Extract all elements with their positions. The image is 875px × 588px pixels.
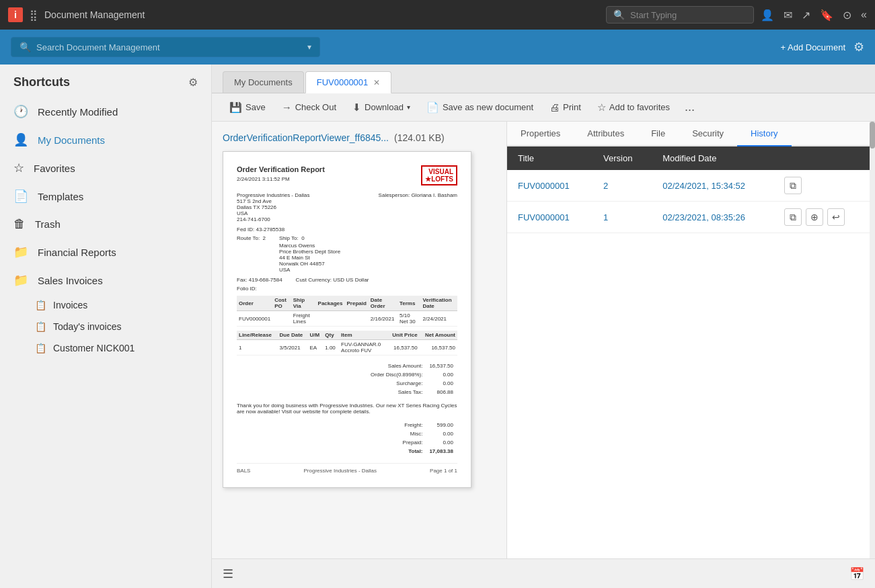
- sidebar-item-recently-modified[interactable]: 🕐 Recently Modified: [0, 97, 211, 126]
- preview-order-table: OrderCost POShip ViaPackagesPrepaidDate …: [237, 296, 457, 327]
- restore-button-2[interactable]: ↩: [827, 208, 845, 226]
- sidebar-header: Shortcuts ⚙: [0, 75, 211, 97]
- sidebar-subitem-label: Customer NICK001: [53, 343, 135, 353]
- tab-attributes[interactable]: Attributes: [574, 122, 638, 146]
- share-icon[interactable]: ↗: [802, 9, 810, 22]
- save-as-button[interactable]: 📄 Save as new document: [420, 98, 540, 117]
- sidebar-item-sales-invoices[interactable]: 📁 Sales Invoices: [0, 266, 211, 294]
- tab-security[interactable]: Security: [679, 122, 737, 146]
- print-button[interactable]: 🖨 Print: [543, 98, 588, 116]
- checkout-button[interactable]: → Check Out: [275, 98, 343, 116]
- preview-company-info: Progressive Industries - Dallas 517 S 2n…: [237, 192, 309, 222]
- download-button[interactable]: ⬇ Download ▾: [346, 98, 417, 117]
- tab-history[interactable]: History: [737, 122, 791, 146]
- topbar-search-input[interactable]: [630, 10, 747, 20]
- sidebar-item-favorites[interactable]: ☆ Favorites: [0, 154, 211, 182]
- sidebar-subitem-label: Invoices: [53, 300, 87, 310]
- right-scrollbar[interactable]: [870, 122, 875, 558]
- sidebar-item-label: Sales Invoices: [38, 275, 103, 286]
- topbar-search[interactable]: 🔍: [606, 6, 754, 24]
- history-title-2[interactable]: FUV0000001: [507, 202, 593, 233]
- add-document-button[interactable]: + Add Document: [781, 42, 845, 52]
- sidebar-item-my-documents[interactable]: 👤 My Documents: [0, 126, 211, 154]
- sidebar-item-label: Favorites: [34, 163, 75, 174]
- subbar-search-box[interactable]: 🔍 ▾: [11, 37, 320, 57]
- subbar-search-icon: 🔍: [20, 42, 31, 52]
- save-label: Save: [245, 102, 266, 112]
- copy-button-2[interactable]: ⧉: [784, 208, 802, 226]
- sidebar-subitem-todays-invoices[interactable]: 📋 Today's invoices: [0, 316, 211, 337]
- history-date-2: 02/23/2021, 08:35:26: [652, 202, 773, 233]
- sidebar-gear-icon[interactable]: ⚙: [188, 76, 198, 89]
- table-row: FUV0000001 2 02/24/2021, 15:34:52 ⧉: [507, 170, 870, 202]
- mail-icon[interactable]: ✉: [784, 9, 792, 22]
- checkout-label: Check Out: [295, 102, 336, 112]
- tab-close-icon[interactable]: ✕: [373, 78, 380, 87]
- app-title: Document Management: [44, 9, 145, 20]
- history-table: Title Version Modified Date FUV0000001 2…: [507, 146, 870, 233]
- sidebar-item-financial-reports[interactable]: 📁 Financial Reports: [0, 238, 211, 266]
- history-title-1[interactable]: FUV0000001: [507, 170, 593, 202]
- bottom-bar: ☰ 📅: [212, 558, 875, 588]
- copy-button-1[interactable]: ⧉: [784, 177, 802, 194]
- calendar-icon[interactable]: 📅: [849, 566, 864, 581]
- sidebar-item-label: Recently Modified: [38, 106, 118, 118]
- back-icon[interactable]: «: [861, 9, 867, 21]
- subbar: 🔍 ▾ + Add Document ⚙: [0, 30, 875, 65]
- trash-icon: 🗑: [13, 217, 26, 231]
- print-label: Print: [563, 102, 581, 112]
- preview-date: 2/24/2021 3:11:52 PM: [237, 176, 325, 182]
- tab-label: My Documents: [234, 77, 293, 87]
- sidebar-item-templates[interactable]: 📄 Templates: [0, 182, 211, 210]
- preview-salesperson: Salesperson: Gloriana I. Basham: [379, 192, 457, 222]
- sidebar-item-trash[interactable]: 🗑 Trash: [0, 210, 211, 238]
- sidebar-subitem-customer-nick001[interactable]: 📋 Customer NICK001: [0, 337, 211, 359]
- preview-line-table: Line/ReleaseDue DateU/MQtyItemUnit Price…: [237, 331, 457, 355]
- sidebar-item-label: Templates: [38, 191, 83, 202]
- sidebar-item-label: Financial Reports: [38, 247, 116, 258]
- history-content: Title Version Modified Date FUV0000001 2…: [507, 146, 870, 558]
- bookmark-icon[interactable]: 🔖: [820, 9, 833, 22]
- favorites-button[interactable]: ☆ Add to favorites: [591, 98, 677, 117]
- doc-icon: 📋: [35, 300, 46, 310]
- subbar-search-input[interactable]: [36, 42, 302, 52]
- chevron-down-icon[interactable]: ▾: [307, 42, 311, 52]
- content-area: My Documents FUV0000001 ✕ 💾 Save → Check…: [212, 65, 875, 588]
- folder-icon: 📁: [13, 245, 28, 259]
- tabs-bar: My Documents FUV0000001 ✕: [212, 65, 875, 93]
- more-button[interactable]: ...: [679, 97, 700, 117]
- app-logo: i: [8, 7, 23, 22]
- tab-properties[interactable]: Properties: [507, 122, 574, 146]
- col-modified-date: Modified Date: [652, 146, 773, 170]
- topbar-icons: 👤 ✉ ↗ 🔖 ⊙ «: [761, 9, 867, 22]
- preview-fax-currency: Fax: 419-668-7584 Cust Currency: USD US …: [237, 277, 457, 283]
- tab-my-documents[interactable]: My Documents: [223, 71, 304, 93]
- settings-icon[interactable]: ⚙: [853, 40, 864, 54]
- star-icon: ☆: [13, 161, 24, 175]
- star-icon: ☆: [597, 101, 606, 114]
- favorites-label: Add to favorites: [609, 102, 670, 112]
- add-button-2[interactable]: ⊕: [806, 208, 823, 226]
- table-row: FUV0000001 1 02/23/2021, 08:35:26 ⧉ ⊕ ↩: [507, 202, 870, 233]
- preview-folio: Folio ID:: [237, 286, 457, 292]
- user-icon[interactable]: 👤: [761, 9, 774, 22]
- sidebar-subitem-label: Today's invoices: [53, 321, 122, 332]
- user-icon: 👤: [13, 132, 28, 147]
- download-label: Download: [365, 102, 404, 112]
- doc-filename: OrderVerificationReportViewer_ff6845... …: [223, 132, 496, 143]
- print-icon: 🖨: [549, 101, 560, 113]
- hamburger-menu-icon[interactable]: ☰: [223, 566, 233, 581]
- sidebar-item-label: My Documents: [38, 134, 105, 146]
- pdf-icon: 📄: [426, 101, 439, 114]
- doc-icon-3: 📋: [35, 343, 46, 353]
- grid-icon[interactable]: ⣿: [30, 9, 38, 22]
- save-button[interactable]: 💾 Save: [223, 98, 272, 117]
- tab-file[interactable]: File: [638, 122, 679, 146]
- sidebar-subitem-invoices[interactable]: 📋 Invoices: [0, 294, 211, 316]
- props-panel: Properties Attributes File Security Hist…: [506, 122, 870, 558]
- tab-fuv0000001[interactable]: FUV0000001 ✕: [305, 71, 392, 93]
- preview-footer: BALS Progressive Industries - Dallas Pag…: [237, 463, 457, 474]
- history-version-1: 2: [593, 170, 652, 202]
- user-circle-icon[interactable]: ⊙: [843, 9, 851, 22]
- doc-preview: Order Verification Report 2/24/2021 3:11…: [223, 151, 471, 488]
